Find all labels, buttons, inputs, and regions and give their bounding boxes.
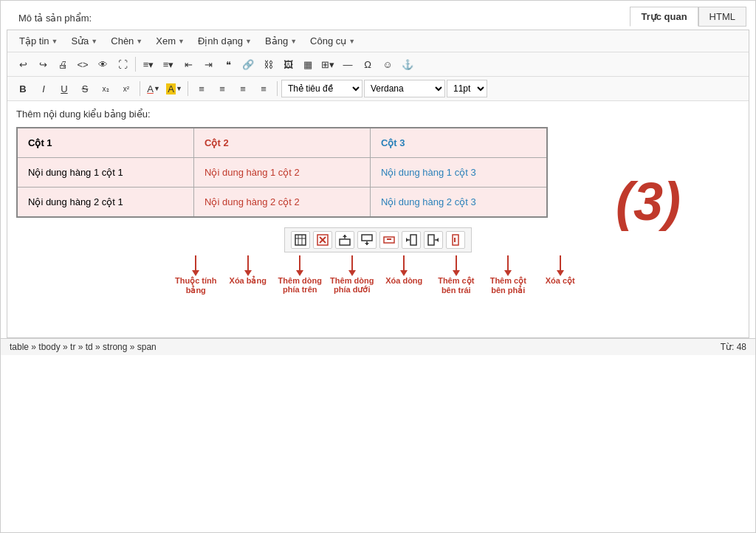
label-add-col-right: Thêm cột bên phải <box>484 255 533 295</box>
menu-bang[interactable]: Bảng ▼ <box>259 33 303 49</box>
add-col-left-button[interactable] <box>402 231 421 249</box>
fullscreen-button[interactable]: ⛶ <box>113 55 132 73</box>
header-cell-2[interactable]: Cột 2 <box>194 128 371 158</box>
editor-container: Tập tin ▼ Sửa ▼ Chèn ▼ Xem ▼ Định dạng ▼… <box>7 30 749 338</box>
svg-marker-20 <box>436 238 439 242</box>
anchor-button[interactable]: ⚓ <box>398 55 417 73</box>
print-button[interactable]: 🖨 <box>53 55 72 73</box>
data-cell-r2c2[interactable]: Nội dung hàng 2 cột 2 <box>194 188 371 218</box>
data-cell-r1c3[interactable]: Nội dung hàng 1 cột 3 <box>370 158 547 188</box>
header-cell-1[interactable]: Cột 1 <box>17 128 194 158</box>
redo-button[interactable]: ↪ <box>33 55 52 73</box>
table-row-2: Nội dung hàng 2 cột 1 Nội dung hàng 2 cộ… <box>17 188 547 218</box>
label-add-row-below: Thêm dòng phía dưới <box>328 255 377 295</box>
strikethrough-button[interactable]: S <box>75 80 94 97</box>
label-delete-table: Xóa bảng <box>224 255 273 295</box>
sep2 <box>140 81 140 96</box>
hr-button[interactable]: — <box>338 55 357 73</box>
menu-chen[interactable]: Chèn ▼ <box>105 33 148 49</box>
underline-button[interactable]: U <box>55 80 74 97</box>
data-cell-r1c1[interactable]: Nội dung hàng 1 cột 1 <box>17 158 194 188</box>
unlink-button[interactable]: ⛓ <box>258 55 278 73</box>
heading-select[interactable]: Thẻ tiêu đề <box>281 80 362 97</box>
svg-rect-0 <box>295 235 306 245</box>
table-properties-button[interactable] <box>291 231 310 249</box>
align-left-button[interactable]: ≡ <box>192 80 211 97</box>
menu-congCu[interactable]: Công cụ ▼ <box>304 33 361 49</box>
breadcrumb: table » tbody » tr » td » strong » span <box>10 342 157 352</box>
delete-table-button[interactable] <box>313 231 332 249</box>
data-cell-r2c1[interactable]: Nội dung hàng 2 cột 1 <box>17 188 194 218</box>
label-table-props: Thuộc tính bảng <box>171 255 221 295</box>
product-label: Mô tả sản phẩm: <box>10 7 100 27</box>
editor-hint: Thêm nội dung kiểu bảng biểu: <box>16 109 740 120</box>
font-color-button[interactable]: A ▼ <box>144 80 163 97</box>
data-cell-r1c2[interactable]: Nội dung hàng 1 cột 2 <box>194 158 371 188</box>
image-button[interactable]: 🖼 <box>278 55 298 73</box>
table-row-1: Nội dung hàng 1 cột 1 Nội dung hàng 1 cộ… <box>17 158 547 188</box>
dinhDang-arrow: ▼ <box>245 38 252 45</box>
label-delete-col: Xóa cột <box>536 255 585 295</box>
sep1 <box>135 57 136 72</box>
label-add-row-above: Thêm dòng phía trên <box>275 255 325 295</box>
highlight-color-button[interactable]: A ▼ <box>165 80 184 97</box>
italic-button[interactable]: I <box>34 80 53 97</box>
media-button[interactable]: ▦ <box>298 55 317 73</box>
superscript-button[interactable]: x² <box>117 80 136 97</box>
visual-view-button[interactable]: Trực quan <box>630 7 698 27</box>
taptin-arrow: ▼ <box>52 38 58 45</box>
label-delete-row: Xóa dòng <box>379 255 429 295</box>
svg-marker-12 <box>365 243 369 245</box>
table-header-row: Cột 1 Cột 2 Cột 3 <box>17 128 547 158</box>
svg-rect-10 <box>362 235 372 241</box>
sep4 <box>277 81 278 96</box>
emoji-button[interactable]: ☺ <box>378 55 397 73</box>
font-size-select[interactable]: 11pt <box>447 80 487 97</box>
menu-bar: Tập tin ▼ Sửa ▼ Chèn ▼ Xem ▼ Định dạng ▼… <box>7 30 749 52</box>
menu-sua[interactable]: Sửa ▼ <box>65 33 103 49</box>
blockquote-button[interactable]: ❝ <box>219 55 238 73</box>
subscript-button[interactable]: x₂ <box>96 80 115 97</box>
table-button[interactable]: ⊞▾ <box>318 55 337 73</box>
add-col-right-button[interactable] <box>424 231 443 249</box>
chen-arrow: ▼ <box>136 38 142 45</box>
toolbar-row1: ↩ ↪ 🖨 <> 👁 ⛶ ≡▾ ≡▾ ⇤ ⇥ ❝ 🔗 ⛓ 🖼 ▦ ⊞▾ — Ω … <box>7 52 749 77</box>
html-view-button[interactable]: HTML <box>698 7 746 27</box>
page-wrapper: Mô tả sản phẩm: Trực quan HTML Tập tin ▼… <box>0 0 756 533</box>
menu-dinhDang[interactable]: Định dạng ▼ <box>192 33 258 49</box>
svg-rect-7 <box>340 239 350 245</box>
indent-button[interactable]: ⇥ <box>199 55 218 73</box>
menu-taptin[interactable]: Tập tin ▼ <box>13 33 63 49</box>
delete-col-button[interactable] <box>446 231 465 249</box>
sep3 <box>188 81 188 96</box>
bold-button[interactable]: B <box>13 80 32 97</box>
sua-arrow: ▼ <box>91 38 97 45</box>
add-row-above-button[interactable] <box>335 231 354 249</box>
preview-button[interactable]: 👁 <box>93 55 112 73</box>
bottom-annotations: Thuộc tính bảng Xóa bảng Thêm dòng phía … <box>16 227 740 295</box>
align-right-button[interactable]: ≡ <box>233 80 252 97</box>
header-cell-3[interactable]: Cột 3 <box>370 128 547 158</box>
content-table[interactable]: Cột 1 Cột 2 Cột 3 Nội dung hàng 1 cột 1 <box>16 127 548 218</box>
code-button[interactable]: <> <box>73 55 92 73</box>
svg-rect-15 <box>410 235 416 245</box>
outdent-button[interactable]: ⇤ <box>179 55 198 73</box>
editor-content[interactable]: Thêm nội dung kiểu bảng biểu: Cột 1 Cột … <box>7 101 749 337</box>
data-cell-r2c3[interactable]: Nội dung hàng 2 cột 3 <box>370 188 547 218</box>
xem-arrow: ▼ <box>178 38 185 45</box>
list-unordered-button[interactable]: ≡▾ <box>139 55 158 73</box>
format-bar: B I U S x₂ x² A ▼ A ▼ ≡ ≡ ≡ ≡ Thẻ tiêu đ… <box>7 77 749 101</box>
link-button[interactable]: 🔗 <box>238 55 258 73</box>
list-ordered-button[interactable]: ≡▾ <box>159 55 178 73</box>
menu-xem[interactable]: Xem ▼ <box>150 33 190 49</box>
congCu-arrow: ▼ <box>348 38 355 45</box>
svg-rect-18 <box>428 235 434 245</box>
undo-button[interactable]: ↩ <box>13 55 32 73</box>
font-family-select[interactable]: Verdana <box>364 80 445 97</box>
align-justify-button[interactable]: ≡ <box>254 80 273 97</box>
align-center-button[interactable]: ≡ <box>213 80 232 97</box>
table-toolbar-buttons <box>284 227 472 252</box>
special-char-button[interactable]: Ω <box>358 55 377 73</box>
add-row-below-button[interactable] <box>357 231 377 249</box>
delete-row-button[interactable] <box>379 231 399 249</box>
